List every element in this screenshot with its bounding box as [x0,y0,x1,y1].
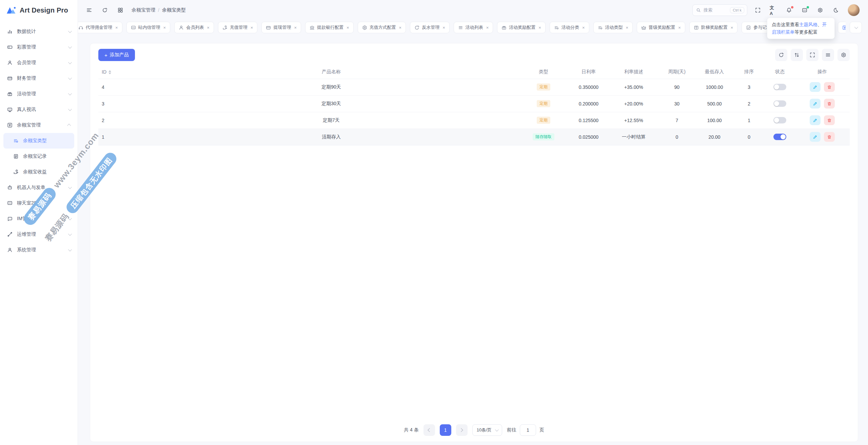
tab-close-icon[interactable]: × [582,25,585,30]
tab-withdraw[interactable]: 提现管理× [261,22,301,33]
edit-button[interactable] [810,132,821,142]
delete-button[interactable] [824,115,835,125]
tab-activity-category[interactable]: 活动分类× [550,22,589,33]
dark-mode-moon-icon[interactable] [832,6,840,14]
column-header-类型: 类型 [519,65,568,79]
tab-activity-list[interactable]: 活动列表× [454,22,493,33]
tab-close-icon[interactable]: × [115,25,118,30]
sidebar-item-label: 数据统计 [17,28,64,35]
chevron-right-icon [459,428,463,432]
notifications-bell-icon[interactable] [785,6,793,14]
sidebar-item-yuebao-type[interactable]: 余额宝类型 [3,133,74,149]
delete-button[interactable] [824,132,835,142]
apps-grid-icon[interactable] [116,6,125,15]
tab-recharge[interactable]: 充值管理× [218,22,258,33]
sidebar-item-ops[interactable]: 运维管理 [3,227,74,242]
add-product-button[interactable]: + 添加产品 [98,49,135,61]
refresh-icon[interactable] [100,6,109,15]
page-number-button[interactable]: 1 [440,424,451,436]
sidebar-item-im[interactable]: IM管理 [3,211,74,227]
translate-icon[interactable]: 文A [770,6,777,14]
column-header-label: 操作 [817,69,827,74]
tab-close-icon[interactable]: × [442,25,445,30]
edit-button[interactable] [810,82,821,92]
sidebar-item-lottery[interactable]: 彩票管理 [3,39,74,55]
settings-gear-icon[interactable] [816,6,824,14]
prev-page-button[interactable] [423,424,435,436]
user-avatar[interactable] [848,4,860,16]
status-toggle[interactable] [773,100,786,107]
tab-close-icon[interactable]: × [538,25,541,30]
tab-activity-reward-config[interactable]: 活动奖励配置× [497,22,546,33]
cell-min-deposit: 500.00 [696,95,733,112]
cell-period: 0 [658,129,696,145]
sidebar-item-live-video[interactable]: 真人视讯 [3,102,74,117]
status-toggle[interactable] [773,117,786,123]
status-toggle[interactable] [773,84,786,90]
tab-close-icon[interactable]: × [678,25,681,30]
fullscreen-icon[interactable] [754,6,762,14]
table-fullscreen-icon[interactable] [806,49,818,61]
tab-close-icon[interactable]: × [486,25,489,30]
tab-agent-commission[interactable]: 代理佣金管理× [78,22,122,33]
tab-member-list[interactable]: 会员列表× [174,22,214,33]
status-toggle[interactable] [773,134,786,140]
tooltip-theme-link[interactable]: 主题风格 [799,22,817,27]
sidebar: Art Design Pro 数据统计彩票管理会员管理财务管理活动管理真人视讯余… [0,0,78,445]
yuebao-icon [7,122,13,128]
next-page-button[interactable] [456,424,468,436]
edit-button[interactable] [810,115,821,125]
breadcrumb-parent[interactable]: 余额宝管理 [132,7,155,13]
collapse-menu-icon[interactable] [85,6,94,15]
tab-close-icon[interactable]: × [294,25,297,30]
tab-close-icon[interactable]: × [163,25,166,30]
tab-withdraw-bank-config[interactable]: 提款银行配置× [305,22,354,33]
sidebar-item-members[interactable]: 会员管理 [3,55,74,71]
breadcrumb-separator: / [158,7,159,13]
tab-ladder-reward-config[interactable]: 阶梯奖励配置× [689,22,738,33]
tab-close-icon[interactable]: × [731,25,733,30]
tab-activity-type[interactable]: 活动类型× [593,22,633,33]
goto-page-input[interactable] [520,424,536,436]
sidebar-item-chatroom-28[interactable]: 聊天室28 [3,195,74,211]
sidebar-item-data-stats[interactable]: 数据统计 [3,24,74,39]
tooltip-text: 点击这里查看 [772,22,799,27]
sidebar-item-yuebao-records[interactable]: 余额宝记录 [3,149,74,164]
tab-label: 活动分类 [561,24,579,31]
column-header-label: 最低存入 [705,69,724,74]
sidebar-item-yuebao[interactable]: 余额宝管理 [3,117,74,133]
sidebar-item-system[interactable]: 系统管理 [3,242,74,258]
tab-recharge-method-config[interactable]: 充值方式配置× [358,22,406,33]
search-input[interactable]: 搜索 Ctrl k [692,4,747,16]
delete-button[interactable] [824,99,835,109]
edit-button[interactable] [810,99,821,109]
tab-close-icon[interactable]: × [399,25,402,30]
sidebar-item-finance[interactable]: 财务管理 [3,71,74,86]
table-header-row: ID产品名称类型日利率利率描述周期(天)最低存入排序状态操作 [98,65,850,79]
tab-close-icon[interactable]: × [251,25,253,30]
sidebar-item-yuebao-earnings[interactable]: 余额宝收益 [3,164,74,180]
column-header-周期(天): 周期(天) [658,65,696,79]
page-size-select[interactable]: 10条/页 [472,424,502,436]
tab-close-icon[interactable]: × [626,25,629,30]
cell-actions [795,129,850,145]
sidebar-item-activity[interactable]: 活动管理 [3,86,74,102]
table-sort-icon[interactable] [791,49,803,61]
sidebar-item-robot-orders[interactable]: 机器人与发单 [3,180,74,195]
tab-rebate[interactable]: 反水管理× [410,22,450,33]
tabs-overflow-button[interactable] [850,22,862,33]
tab-yuebao-type[interactable]: 余额宝类型× [838,22,846,33]
tab-promotion-reward-config[interactable]: 晋级奖励配置× [637,22,685,33]
sort-icon[interactable] [108,70,111,74]
table-settings-icon[interactable] [837,49,850,61]
tab-close-icon[interactable]: × [207,25,210,30]
delete-button[interactable] [824,82,835,92]
table-density-icon[interactable] [822,49,834,61]
tab-close-icon[interactable]: × [347,25,349,30]
tooltip-text: 等更多配置 [795,30,818,35]
messages-icon[interactable] [801,6,808,14]
table-refresh-icon[interactable] [775,49,787,61]
tab-site-mail[interactable]: 站内信管理× [126,22,171,33]
column-header-ID[interactable]: ID [98,65,143,79]
cell-daily-rate: 0.125500 [568,112,609,129]
